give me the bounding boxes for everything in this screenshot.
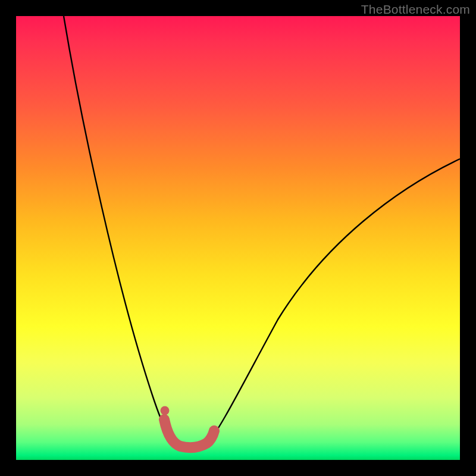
watermark-text: TheBottleneck.com: [361, 2, 470, 17]
chart-frame: [16, 16, 460, 460]
bottleneck-curve-right: [206, 159, 460, 444]
chart-svg: [16, 16, 460, 460]
bottleneck-curve-left: [64, 16, 177, 444]
highlight-dot: [161, 406, 170, 415]
highlight-band: [164, 419, 214, 447]
